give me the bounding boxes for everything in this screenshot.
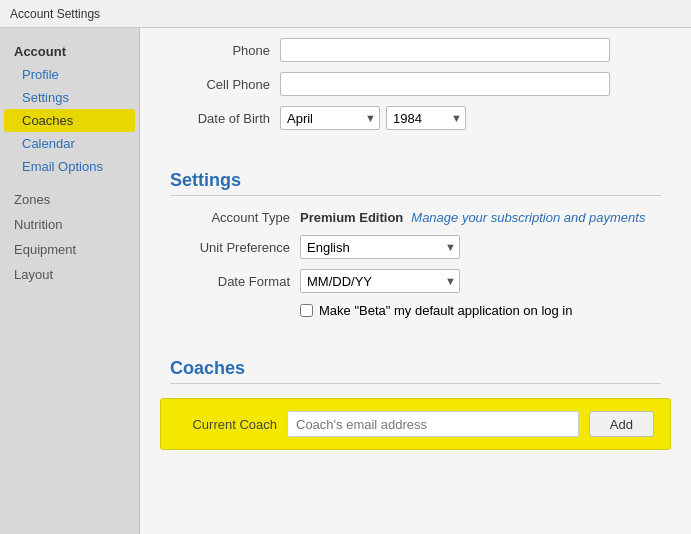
dob-year-wrapper: 1980 1981 1982 1983 1984 1985 ▼ [386,106,466,130]
phone-label: Phone [170,43,280,58]
date-format-label: Date Format [170,274,300,289]
unit-pref-label: Unit Preference [170,240,300,255]
sidebar-item-settings[interactable]: Settings [0,86,139,109]
sidebar-account-header: Account [0,38,139,63]
date-format-wrapper: MM/DD/YY DD/MM/YY YY/MM/DD ▼ [300,269,460,293]
add-coach-button[interactable]: Add [589,411,654,437]
dob-month-select[interactable]: January February March April May June Ju… [280,106,380,130]
profile-form: Phone Cell Phone Date of Birth January F… [140,28,691,160]
manage-subscription-link[interactable]: Manage your subscription and payments [411,210,645,225]
coach-email-input[interactable] [287,411,579,437]
unit-pref-wrapper: English Metric ▼ [300,235,460,259]
dob-label: Date of Birth [170,111,280,126]
account-type-label: Account Type [170,210,300,225]
beta-checkbox-label: Make "Beta" my default application on lo… [319,303,573,318]
sidebar-item-nutrition[interactable]: Nutrition [0,211,139,236]
coaches-box: Current Coach Add [160,398,671,450]
sidebar-item-profile[interactable]: Profile [0,63,139,86]
sidebar-item-calendar[interactable]: Calendar [0,132,139,155]
phone-input[interactable] [280,38,610,62]
sidebar-item-zones[interactable]: Zones [0,186,139,211]
unit-pref-select[interactable]: English Metric [300,235,460,259]
main-layout: Account Profile Settings Coaches Calenda… [0,28,691,534]
date-format-row: Date Format MM/DD/YY DD/MM/YY YY/MM/DD ▼ [170,269,661,293]
date-format-select[interactable]: MM/DD/YY DD/MM/YY YY/MM/DD [300,269,460,293]
coaches-section: Coaches Current Coach Add [140,358,691,450]
beta-checkbox[interactable] [300,304,313,317]
settings-section: Settings Account Type Premium Edition Ma… [140,170,691,348]
account-type-value: Premium Edition [300,210,403,225]
sidebar-other-sections: Zones Nutrition Equipment Layout [0,186,139,286]
beta-checkbox-row: Make "Beta" my default application on lo… [300,303,661,318]
settings-form: Account Type Premium Edition Manage your… [140,210,691,348]
settings-section-title: Settings [170,170,661,196]
unit-pref-row: Unit Preference English Metric ▼ [170,235,661,259]
dob-year-select[interactable]: 1980 1981 1982 1983 1984 1985 [386,106,466,130]
coaches-section-title: Coaches [170,358,661,384]
cell-phone-label: Cell Phone [170,77,280,92]
current-coach-row: Current Coach Add [177,411,654,437]
sidebar-item-equipment[interactable]: Equipment [0,236,139,261]
dob-month-wrapper: January February March April May June Ju… [280,106,380,130]
phone-row: Phone [170,38,661,62]
sidebar-item-coaches[interactable]: Coaches [4,109,135,132]
app-title: Account Settings [10,7,100,21]
title-bar: Account Settings [0,0,691,28]
cell-phone-input[interactable] [280,72,610,96]
current-coach-label: Current Coach [177,417,287,432]
account-type-row: Account Type Premium Edition Manage your… [170,210,661,225]
sidebar-item-email-options[interactable]: Email Options [0,155,139,178]
dob-row: Date of Birth January February March Apr… [170,106,661,130]
content-area: Phone Cell Phone Date of Birth January F… [140,28,691,534]
sidebar: Account Profile Settings Coaches Calenda… [0,28,140,534]
cell-phone-row: Cell Phone [170,72,661,96]
sidebar-item-layout[interactable]: Layout [0,261,139,286]
